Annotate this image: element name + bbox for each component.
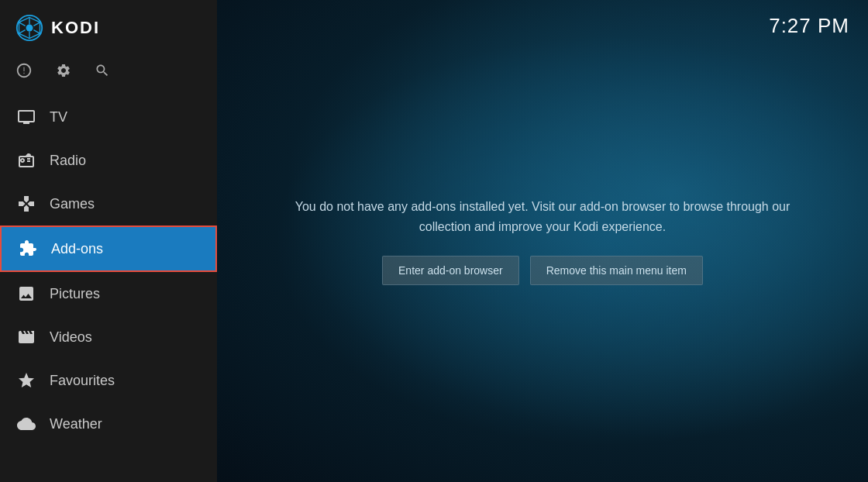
clock-display: 7:27 PM (769, 14, 849, 38)
sidebar-item-favourites[interactable]: Favourites (0, 359, 217, 402)
pictures-icon (16, 283, 37, 305)
remove-main-menu-item-button[interactable]: Remove this main menu item (530, 256, 703, 285)
sidebar-item-addons[interactable]: Add-ons (0, 226, 217, 272)
svg-line-4 (33, 22, 40, 26)
sidebar-item-radio[interactable]: Radio (0, 139, 217, 182)
sidebar-item-videos[interactable]: Videos (0, 315, 217, 359)
settings-icon[interactable] (56, 63, 71, 82)
svg-line-8 (19, 22, 26, 26)
sidebar-item-games-label: Games (50, 196, 95, 212)
svg-line-7 (19, 30, 26, 34)
app-title: KODI (51, 18, 100, 38)
svg-point-2 (26, 25, 33, 32)
sidebar: KODI TV (0, 0, 217, 482)
sidebar-item-tv-label: TV (50, 109, 67, 126)
videos-icon (16, 326, 37, 348)
sidebar-item-pictures[interactable]: Pictures (0, 272, 217, 315)
sidebar-item-videos-label: Videos (50, 329, 92, 346)
main-nav: TV Radio Games (0, 95, 217, 482)
sidebar-item-favourites-label: Favourites (50, 373, 115, 389)
enter-addon-browser-button[interactable]: Enter add-on browser (382, 256, 519, 285)
addons-empty-state: You do not have any add-ons installed ye… (271, 181, 814, 300)
addons-description: You do not have any add-ons installed ye… (287, 197, 798, 236)
sidebar-item-weather-label: Weather (50, 416, 102, 432)
sidebar-item-weather[interactable]: Weather (0, 402, 217, 446)
svg-line-5 (33, 30, 40, 34)
tv-icon (16, 106, 37, 128)
sidebar-item-pictures-label: Pictures (50, 286, 100, 302)
favourites-icon (16, 370, 37, 391)
search-icon[interactable] (95, 63, 110, 82)
sidebar-item-radio-label: Radio (50, 153, 86, 169)
action-buttons: Enter add-on browser Remove this main me… (382, 256, 703, 285)
radio-icon (16, 150, 37, 171)
addons-icon (17, 238, 39, 260)
sidebar-item-games[interactable]: Games (0, 182, 217, 226)
weather-icon (16, 413, 37, 435)
toolbar-icons (0, 56, 217, 95)
games-icon (16, 193, 37, 215)
sidebar-item-addons-label: Add-ons (51, 241, 103, 257)
power-icon[interactable] (16, 62, 33, 83)
kodi-logo-icon (16, 14, 43, 42)
main-content-area: 7:27 PM You do not have any add-ons inst… (217, 0, 868, 482)
sidebar-item-tv[interactable]: TV (0, 95, 217, 139)
app-header: KODI (0, 0, 217, 56)
